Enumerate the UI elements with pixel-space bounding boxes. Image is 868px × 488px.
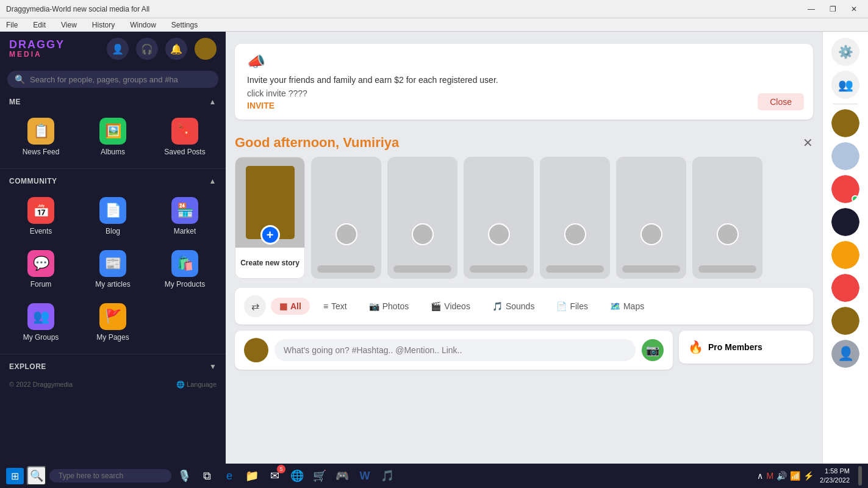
taskbar-right: ∧ M 🔊 📶 ⚡ 1:58 PM 2/23/2022 bbox=[757, 466, 862, 486]
community-collapse-icon[interactable]: ▲ bbox=[209, 177, 217, 185]
close-greeting-button[interactable]: ✕ bbox=[803, 135, 813, 150]
right-avatar-7[interactable] bbox=[831, 307, 859, 335]
right-avatar-1[interactable] bbox=[831, 109, 859, 137]
add-story-button[interactable]: + bbox=[260, 225, 280, 245]
tray-network[interactable]: 📶 bbox=[790, 471, 800, 481]
message-icon-button[interactable]: 🎧 bbox=[136, 38, 158, 60]
sidebar-item-my-pages[interactable]: 🚩 My Pages bbox=[78, 297, 148, 348]
user-avatar[interactable] bbox=[195, 38, 217, 60]
taskbar-icon-music[interactable]: 🎵 bbox=[378, 466, 397, 486]
greeting-section: Good afternoon, Vumiriya ✕ bbox=[235, 126, 813, 157]
tray-chevron[interactable]: ∧ bbox=[757, 471, 763, 481]
menu-file[interactable]: File bbox=[3, 20, 21, 30]
maps-filter-icon: 🗺️ bbox=[610, 301, 620, 311]
close-banner-button[interactable]: Close bbox=[758, 93, 804, 110]
story-card-4[interactable] bbox=[540, 157, 610, 279]
sidebar-item-blog[interactable]: 📄 Blog bbox=[78, 191, 148, 242]
explore-header[interactable]: EXPLORE ▼ bbox=[0, 357, 226, 376]
filter-photos-button[interactable]: 📷 Photos bbox=[360, 298, 418, 315]
sidebar-item-albums[interactable]: 🖼️ Albums bbox=[78, 112, 148, 162]
online-indicator-3 bbox=[852, 195, 859, 203]
right-avatar-3[interactable] bbox=[831, 175, 859, 203]
sidebar-item-saved-posts[interactable]: 🔖 Saved Posts bbox=[150, 112, 220, 162]
minimize-button[interactable]: — bbox=[803, 4, 820, 15]
sidebar-item-forum[interactable]: 💬 Forum bbox=[6, 244, 76, 295]
story-card-5[interactable] bbox=[616, 157, 686, 279]
menu-view[interactable]: View bbox=[58, 20, 80, 30]
maximize-button[interactable]: ❐ bbox=[825, 4, 841, 15]
search-input[interactable] bbox=[30, 75, 211, 84]
composer-input[interactable] bbox=[274, 339, 636, 361]
right-avatar-8[interactable]: 👤 bbox=[831, 340, 859, 368]
taskbar-icon-store[interactable]: 🛒 bbox=[310, 466, 329, 486]
clock-time: 1:58 PM bbox=[820, 467, 850, 476]
taskbar-icon-game[interactable]: 🎮 bbox=[332, 466, 352, 486]
camera-button[interactable]: 📷 bbox=[642, 339, 664, 361]
language-selector[interactable]: 🌐 Language bbox=[176, 381, 217, 389]
taskbar-search-input[interactable] bbox=[49, 469, 171, 483]
settings-icon-button[interactable]: ⚙️ bbox=[831, 38, 859, 66]
clock-display[interactable]: 1:58 PM 2/23/2022 bbox=[820, 467, 850, 486]
taskbar-icon-edge[interactable]: e bbox=[220, 466, 239, 486]
filter-icon-button[interactable]: ⇄ bbox=[244, 295, 266, 317]
menu-bar: File Edit View History Window Settings bbox=[0, 18, 868, 32]
filter-all-button[interactable]: ▦ All bbox=[271, 298, 310, 315]
logo-line2: MEDIA bbox=[9, 51, 65, 59]
sidebar-item-news-feed[interactable]: 📋 News Feed bbox=[6, 112, 76, 162]
menu-history[interactable]: History bbox=[89, 20, 118, 30]
taskbar-icon-word[interactable]: W bbox=[355, 466, 375, 486]
menu-settings[interactable]: Settings bbox=[168, 20, 201, 30]
divider1 bbox=[0, 168, 226, 169]
me-collapse-icon[interactable]: ▲ bbox=[209, 98, 217, 106]
story-name-3 bbox=[470, 265, 528, 273]
story-card-3[interactable] bbox=[464, 157, 534, 279]
story-card-1[interactable] bbox=[311, 157, 381, 279]
invite-text: Invite your friends and family and earn … bbox=[247, 75, 801, 85]
filter-sounds-button[interactable]: 🎵 Sounds bbox=[484, 298, 543, 315]
greeting-text: Good afternoon, Vumiriya bbox=[235, 135, 399, 151]
taskbar-icon-mail[interactable]: ✉ 5 bbox=[265, 466, 284, 486]
right-avatar-6[interactable] bbox=[831, 274, 859, 302]
add-friend-icon-button[interactable]: 👥 bbox=[831, 71, 859, 99]
taskbar-show-desktop[interactable] bbox=[858, 466, 862, 486]
sidebar-item-my-articles[interactable]: 📰 My articles bbox=[78, 244, 148, 295]
filter-files-button[interactable]: 📄 Files bbox=[548, 298, 597, 315]
right-avatar-4[interactable] bbox=[831, 208, 859, 236]
my-pages-icon: 🚩 bbox=[99, 303, 126, 330]
sidebar-item-market[interactable]: 🏪 Market bbox=[150, 191, 220, 242]
sidebar-item-events[interactable]: 📅 Events bbox=[6, 191, 76, 242]
tray-volume[interactable]: 🔊 bbox=[777, 471, 787, 481]
invite-link[interactable]: INVITE bbox=[247, 101, 801, 110]
taskbar-icon-task-view[interactable]: ⧉ bbox=[197, 466, 217, 486]
filter-videos-button[interactable]: 🎬 Videos bbox=[422, 298, 479, 315]
right-avatar-5[interactable] bbox=[831, 241, 859, 269]
albums-label: Albums bbox=[101, 148, 125, 156]
tray-notification-mail[interactable]: M bbox=[766, 471, 773, 481]
close-button[interactable]: ✕ bbox=[846, 4, 862, 15]
create-story-card[interactable]: + Create new story bbox=[235, 157, 305, 279]
menu-window[interactable]: Window bbox=[127, 20, 159, 30]
explore-collapse-icon[interactable]: ▼ bbox=[209, 362, 217, 371]
taskbar-icon-explorer[interactable]: 📁 bbox=[242, 466, 262, 486]
taskbar-icon-cortana[interactable]: 🎙️ bbox=[174, 466, 194, 486]
taskbar-icon-chrome[interactable]: 🌐 bbox=[287, 466, 307, 486]
notification-icon-button[interactable]: 🔔 bbox=[165, 38, 187, 60]
tray-battery[interactable]: ⚡ bbox=[803, 471, 814, 481]
start-button[interactable]: ⊞ bbox=[6, 468, 24, 484]
filter-maps-button[interactable]: 🗺️ Maps bbox=[601, 298, 653, 315]
search-bar[interactable]: 🔍 bbox=[7, 71, 218, 88]
megaphone-icon: 📣 bbox=[247, 53, 801, 70]
sidebar-item-my-groups[interactable]: 👥 My Groups bbox=[6, 297, 76, 348]
right-avatar-2[interactable] bbox=[831, 142, 859, 170]
saved-posts-icon: 🔖 bbox=[171, 118, 198, 145]
taskbar-search-button[interactable]: 🔍 bbox=[27, 466, 46, 486]
my-pages-label: My Pages bbox=[96, 333, 129, 342]
story-card-2[interactable] bbox=[387, 157, 457, 279]
people-icon-button[interactable]: 👤 bbox=[107, 38, 129, 60]
sidebar: DRAGGY MEDIA 👤 🎧 🔔 🔍 ME ▲ 📋 News bbox=[0, 32, 226, 464]
story-card-6[interactable] bbox=[692, 157, 762, 279]
filter-text-button[interactable]: ≡ Text bbox=[315, 298, 356, 315]
avatar-img-8: 👤 bbox=[831, 340, 859, 368]
sidebar-item-my-products[interactable]: 🛍️ My Products bbox=[150, 244, 220, 295]
menu-edit[interactable]: Edit bbox=[30, 20, 49, 30]
